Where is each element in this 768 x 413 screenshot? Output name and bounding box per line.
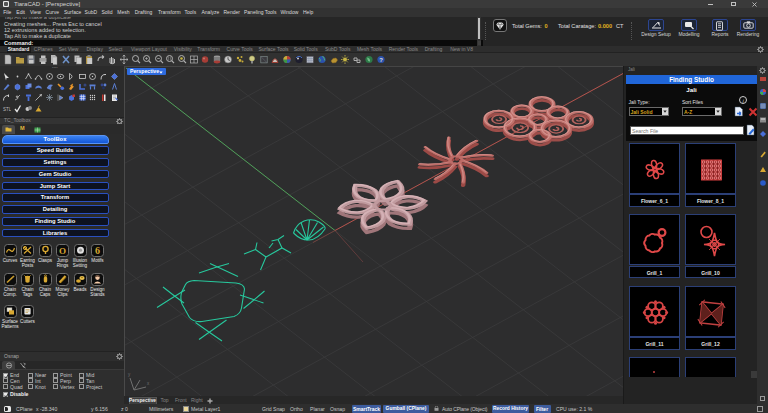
- svg-text:6: 6: [95, 245, 100, 256]
- svg-text:x: x: [147, 381, 150, 386]
- svg-text:STL: STL: [3, 107, 11, 112]
- svg-text:y: y: [128, 372, 131, 377]
- svg-text:O: O: [59, 246, 66, 256]
- svg-text:?: ?: [379, 57, 383, 63]
